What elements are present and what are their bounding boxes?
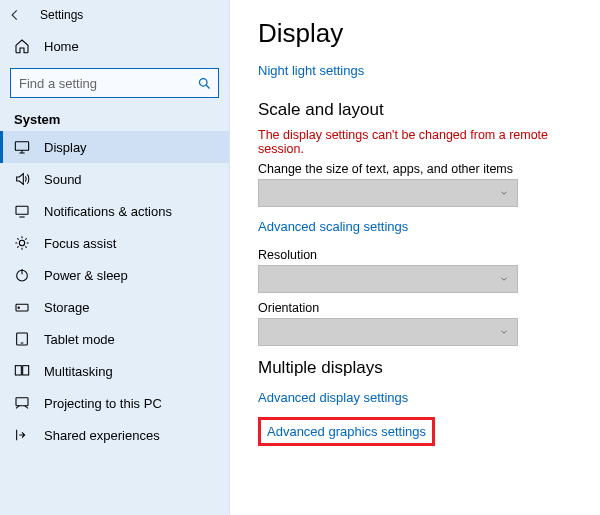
search-input[interactable] (19, 76, 197, 91)
window-title: Settings (40, 8, 83, 22)
main-content: Display Night light settings Scale and l… (230, 0, 600, 515)
sidebar-item-label: Tablet mode (44, 332, 115, 347)
chevron-down-icon (499, 188, 509, 198)
page-title: Display (258, 18, 578, 49)
advanced-display-link[interactable]: Advanced display settings (258, 390, 408, 405)
sidebar-item-label: Storage (44, 300, 90, 315)
sound-icon (14, 171, 30, 187)
sidebar-item-label: Projecting to this PC (44, 396, 162, 411)
sidebar-item-storage[interactable]: Storage (0, 291, 229, 323)
projecting-icon (14, 395, 30, 411)
svg-rect-8 (15, 366, 21, 375)
tablet-icon (14, 331, 30, 347)
highlight-box: Advanced graphics settings (258, 417, 435, 446)
multitasking-icon (14, 363, 30, 379)
sidebar-item-label: Display (44, 140, 87, 155)
search-icon (197, 76, 212, 91)
sidebar-section-label: System (0, 102, 229, 131)
multiple-displays-heading: Multiple displays (258, 358, 578, 378)
night-light-link[interactable]: Night light settings (258, 63, 364, 78)
svg-point-6 (18, 307, 19, 308)
sidebar-item-home[interactable]: Home (0, 30, 229, 62)
sidebar-item-label: Shared experiences (44, 428, 160, 443)
scale-layout-heading: Scale and layout (258, 100, 578, 120)
power-icon (14, 267, 30, 283)
home-icon (14, 38, 30, 54)
notifications-icon (14, 203, 30, 219)
sidebar-item-focus-assist[interactable]: Focus assist (0, 227, 229, 259)
search-box[interactable] (10, 68, 219, 98)
sidebar-item-label: Notifications & actions (44, 204, 172, 219)
titlebar: Settings (0, 6, 229, 30)
chevron-down-icon (499, 274, 509, 284)
focus-assist-icon (14, 235, 30, 251)
sidebar-item-multitasking[interactable]: Multitasking (0, 355, 229, 387)
advanced-scaling-link[interactable]: Advanced scaling settings (258, 219, 408, 234)
sidebar-item-label: Multitasking (44, 364, 113, 379)
chevron-down-icon (499, 327, 509, 337)
sidebar-item-label: Sound (44, 172, 82, 187)
advanced-graphics-link[interactable]: Advanced graphics settings (267, 424, 426, 439)
svg-rect-10 (16, 398, 28, 406)
svg-rect-2 (16, 206, 28, 214)
sidebar-item-shared-exp[interactable]: Shared experiences (0, 419, 229, 451)
storage-icon (14, 299, 30, 315)
sidebar-item-notifications[interactable]: Notifications & actions (0, 195, 229, 227)
sidebar-item-sound[interactable]: Sound (0, 163, 229, 195)
svg-rect-1 (15, 142, 28, 151)
sidebar-item-label: Power & sleep (44, 268, 128, 283)
svg-point-3 (19, 240, 24, 245)
settings-window: Settings Home System Display (0, 0, 600, 515)
sidebar-item-tablet-mode[interactable]: Tablet mode (0, 323, 229, 355)
svg-point-0 (200, 78, 208, 86)
sidebar-item-display[interactable]: Display (0, 131, 229, 163)
back-icon[interactable] (8, 8, 22, 22)
sidebar-item-projecting[interactable]: Projecting to this PC (0, 387, 229, 419)
svg-rect-9 (23, 366, 29, 375)
sidebar-item-label: Home (44, 39, 79, 54)
orientation-label: Orientation (258, 301, 578, 315)
search-wrap (0, 62, 229, 102)
sidebar: Settings Home System Display (0, 0, 230, 515)
remote-session-warning: The display settings can't be changed fr… (258, 128, 578, 156)
resolution-dropdown[interactable] (258, 265, 518, 293)
display-icon (14, 139, 30, 155)
text-size-dropdown[interactable] (258, 179, 518, 207)
shared-exp-icon (14, 427, 30, 443)
resolution-label: Resolution (258, 248, 578, 262)
text-size-label: Change the size of text, apps, and other… (258, 162, 578, 176)
sidebar-item-label: Focus assist (44, 236, 116, 251)
sidebar-item-power-sleep[interactable]: Power & sleep (0, 259, 229, 291)
orientation-dropdown[interactable] (258, 318, 518, 346)
